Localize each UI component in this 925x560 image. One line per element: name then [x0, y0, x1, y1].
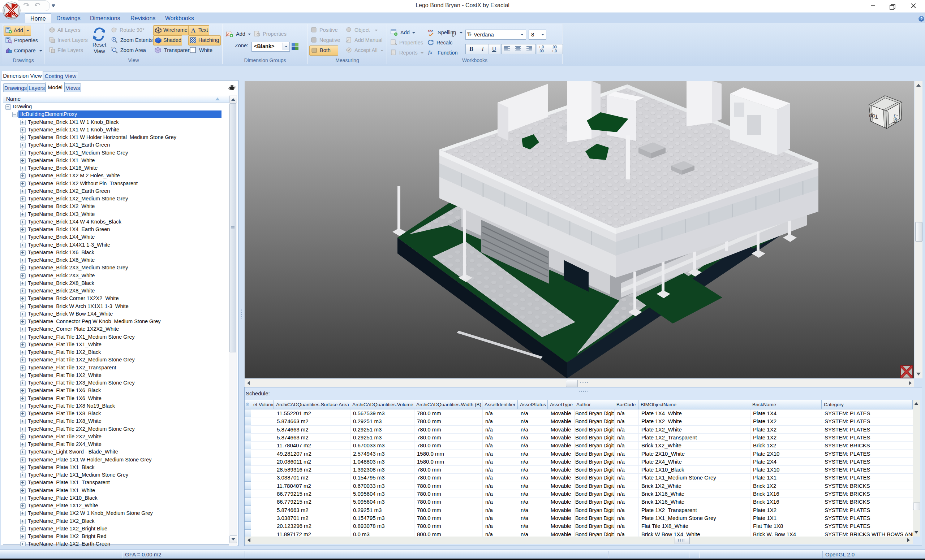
- svg-text:r: r: [470, 33, 472, 37]
- svg-text:A: A: [191, 27, 196, 34]
- svg-text:fx: fx: [428, 50, 432, 55]
- svg-text:Left: Left: [892, 114, 899, 124]
- svg-text:Top: Top: [869, 113, 878, 120]
- svg-text:c: c: [431, 29, 433, 33]
- svg-text:?: ?: [920, 17, 923, 21]
